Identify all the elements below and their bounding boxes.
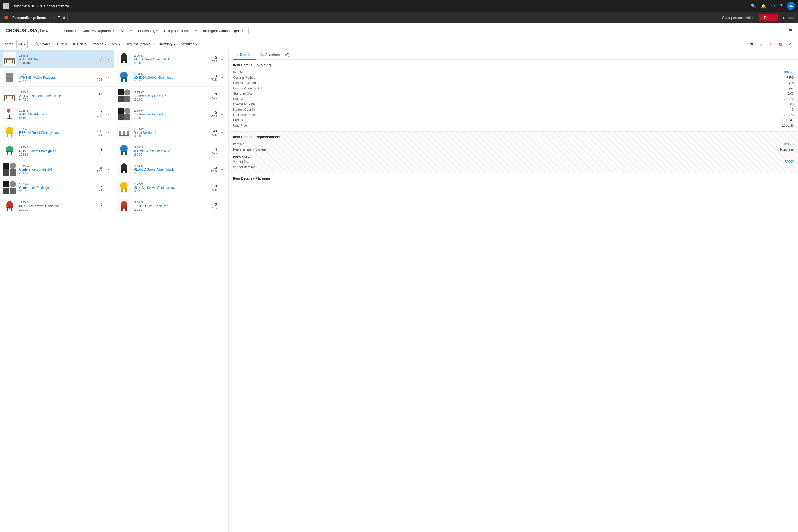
nav-finance[interactable]: Finance ▾	[58, 23, 79, 38]
list-item[interactable]: 1925-W Conference Bundle 1-6 188.80 0 PC…	[114, 87, 229, 105]
search-icon[interactable]: 🔍	[751, 3, 756, 8]
item-more-icon[interactable]: ⋯	[105, 148, 112, 153]
inventory-button[interactable]: Inventory ▾	[157, 40, 178, 49]
new-button[interactable]: ＋ New	[53, 40, 70, 49]
item-name[interactable]: MEXICO Swivel Chair, black	[134, 168, 174, 171]
process-button[interactable]: Process ▾	[89, 40, 109, 49]
item-name[interactable]: MOSCOW Swivel Chair, red	[19, 204, 59, 208]
list-item[interactable]: 1896-S ATHENS Desk 1,000.80 4 PCS ⋯	[0, 50, 114, 68]
field-value[interactable]: 1896-S	[783, 71, 794, 74]
list-item[interactable]: 1936-S BERLIN Guest Chair, yellow 192.80…	[0, 124, 114, 142]
item-name[interactable]: ANTWERP Conference Table	[19, 94, 61, 98]
field-label: Indirect Cost %	[233, 108, 254, 111]
detail-replenishment-section: Item Details - Replenishment Item No. 18…	[229, 132, 798, 173]
list-item[interactable]: 1969-W Conference Package 1 341.80 -7 PC…	[0, 178, 114, 197]
expand-icon-btn[interactable]: ⤢	[786, 40, 794, 48]
item-name[interactable]: Guest Section 1	[134, 131, 156, 135]
list-item[interactable]: 1980-S MOSCOW Swivel Chair, red 190.10 0…	[0, 197, 114, 215]
list-item[interactable]: 1920-S ANTWERP Conference Table 647.80 1…	[0, 87, 114, 105]
avatar[interactable]: BC	[787, 2, 795, 10]
item-name[interactable]: Conference Bundle 1-6	[134, 94, 166, 98]
detail-field-row: Cost is Adjusted Yes	[233, 80, 794, 86]
item-name[interactable]: ATHENS Desk	[19, 57, 40, 61]
tab-attachments[interactable]: 📎 Attachments (0)	[255, 50, 294, 60]
item-info: 1960-S ROME Guest Chair, green 192.80	[19, 146, 87, 156]
item-unit: PCS	[211, 188, 217, 191]
nav-cash-management[interactable]: Cash Management ▾	[79, 23, 117, 38]
item-name[interactable]: BERLIN Guest Chair, yellow	[19, 131, 59, 135]
search-button[interactable]: 🔍 Search	[32, 40, 53, 49]
bookmark-icon-btn[interactable]: 🔖	[776, 40, 784, 48]
tab-details[interactable]: ℹ Details	[233, 50, 255, 60]
done-button[interactable]: Done	[759, 14, 778, 21]
settings-icon[interactable]: ⚙	[771, 3, 775, 8]
item-more-icon[interactable]: ⋯	[220, 57, 226, 62]
item-more-icon[interactable]: ⋯	[105, 185, 112, 190]
personalize-field-button[interactable]: ＋ Field	[50, 14, 67, 21]
nav-intelligent-cloud[interactable]: Intelligent Cloud Insights ▾	[200, 23, 246, 38]
planning-section-title: Item Details - Planning	[233, 176, 794, 180]
item-more-icon[interactable]: ⋯	[105, 130, 112, 135]
item-more-icon[interactable]: ⋯	[220, 112, 226, 117]
item-more-icon[interactable]: ⋯	[220, 204, 226, 209]
list-item[interactable]: 1953-W Guest Section 1 125.80 -49 PCS ⋯	[114, 124, 229, 142]
notification-icon[interactable]: 🔔	[761, 3, 766, 8]
list-item[interactable]: 1972-S MUNICH Swivel Chair, yellow 190.1…	[114, 178, 229, 197]
item-name[interactable]: SEOUL Guest Chair, red	[134, 204, 168, 208]
more-button[interactable]: ...	[200, 40, 208, 49]
item-name[interactable]: Conference Package 1	[19, 186, 52, 190]
filter-all-dropdown[interactable]: All ▾	[17, 40, 27, 49]
clear-personalization-link[interactable]: Clear personalization	[722, 16, 754, 20]
item-more-icon[interactable]: ⋯	[220, 185, 226, 190]
nav-purchasing[interactable]: Purchasing ▾	[135, 23, 161, 38]
item-more-icon[interactable]: ⋯	[220, 148, 226, 153]
item-more-icon[interactable]: ⋯	[220, 130, 226, 135]
list-item[interactable]: 1964-S TOKYO Guest Chair, blue 192.80 4 …	[114, 142, 229, 160]
item-more-icon[interactable]: ⋯	[220, 93, 226, 98]
help-icon[interactable]: ?	[780, 3, 782, 8]
item-more-icon[interactable]: ⋯	[105, 167, 112, 172]
item-name[interactable]: AMSTERDAM Lamp	[19, 113, 49, 116]
item-unit: PCS	[211, 206, 217, 210]
filter-icon-btn[interactable]: ⚗	[747, 40, 756, 48]
item-name[interactable]: ROME Guest Chair, green	[19, 149, 56, 153]
item-name[interactable]: LONDON Swivel Chair, blue	[134, 76, 173, 79]
svg-rect-20	[12, 96, 13, 99]
list-item[interactable]: 1906-S ATHENS Mobile Pedestal 433.60 5 P…	[0, 68, 114, 87]
layout-icon-btn[interactable]: ⊞	[757, 40, 765, 48]
nav-setup-extensions[interactable]: Setup & Extensions ▾	[161, 23, 200, 38]
item-quantity: 0	[100, 203, 102, 206]
delete-button[interactable]: 🗑 Delete	[70, 40, 89, 49]
item-more-icon[interactable]: ⋯	[105, 93, 112, 98]
attributes-button[interactable]: Attributes ▾	[178, 40, 200, 49]
item-name[interactable]: Conference Bundle 1-8	[134, 113, 166, 116]
item-more-icon[interactable]: ⋯	[105, 112, 112, 117]
less-button[interactable]: ▲ Less	[782, 16, 794, 20]
item-name[interactable]: PARIS Guest Chair, black	[134, 57, 170, 61]
item-name[interactable]: TOKYO Guest Chair, blue	[134, 149, 170, 153]
list-item[interactable]: 1965-W Conference Bundle 2-8 233.80 -81 …	[0, 160, 114, 178]
field-value[interactable]: 30000	[785, 160, 794, 164]
item-more-icon[interactable]: ⋯	[105, 75, 112, 80]
list-item[interactable]: 1928-S AMSTERDAM Lamp 54.90 8 PCS ⋯	[0, 105, 114, 124]
request-approval-button[interactable]: Request Approval ▾	[123, 40, 157, 49]
list-item[interactable]: 1900-S PARIS Guest Chair, black 192.80 0…	[114, 50, 229, 68]
hamburger-menu-icon[interactable]: ☰	[788, 28, 793, 34]
list-item[interactable]: 1929-W Conference Bundle 1-8 233.80 0 PC…	[114, 105, 229, 124]
item-button[interactable]: Item ▾	[109, 40, 123, 49]
info-icon-btn[interactable]: ℹ	[766, 40, 775, 48]
item-more-icon[interactable]: ⋯	[220, 167, 226, 172]
item-name[interactable]: MUNICH Swivel Chair, yellow	[134, 186, 175, 190]
item-more-icon[interactable]: ⋯	[220, 75, 226, 80]
item-name[interactable]: Conference Bundle 2-8	[19, 168, 52, 171]
nav-sales[interactable]: Sales ▾	[117, 23, 135, 38]
item-more-icon[interactable]: ⋯	[105, 57, 112, 62]
list-item[interactable]: 1968-S MEXICO Swivel Chair, black 190.10…	[114, 160, 229, 178]
field-value[interactable]: 1896-S	[783, 142, 794, 146]
waffle-menu-icon[interactable]	[3, 3, 9, 9]
item-name[interactable]: ATHENS Mobile Pedestal	[19, 76, 56, 79]
list-item[interactable]: 1960-S ROME Guest Chair, green 192.80 2 …	[0, 142, 114, 160]
list-item[interactable]: 1908-S LONDON Swivel Chair, blue 190.10 …	[114, 68, 229, 87]
item-more-icon[interactable]: ⋯	[105, 204, 112, 209]
list-item[interactable]: 1988-S SEOUL Guest Chair, red 192.80 0 P…	[114, 197, 229, 215]
